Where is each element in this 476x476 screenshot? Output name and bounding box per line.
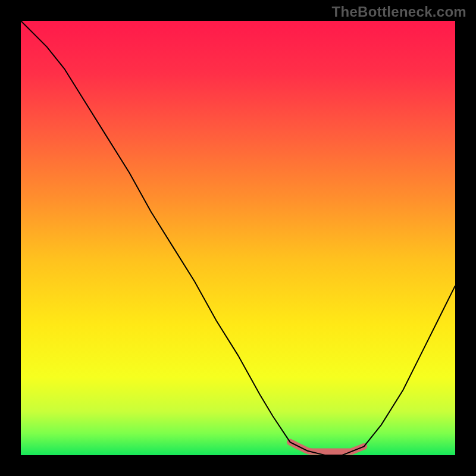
attribution-text: TheBottleneck.com bbox=[332, 4, 466, 20]
chart-frame: TheBottleneck.com bbox=[0, 0, 476, 476]
background-gradient bbox=[21, 21, 455, 455]
plot-area bbox=[21, 21, 455, 455]
svg-rect-0 bbox=[21, 21, 455, 455]
